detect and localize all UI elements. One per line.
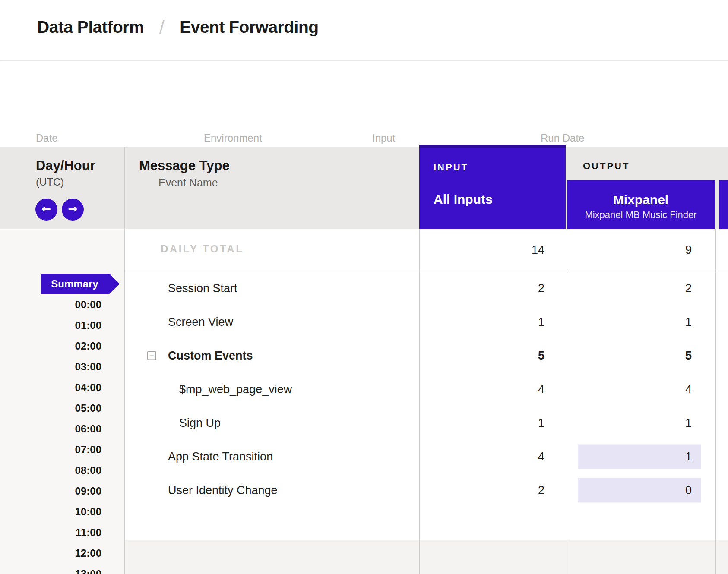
summary-row-tag[interactable]: Summary xyxy=(0,274,124,294)
input-column-accent-strip xyxy=(419,145,566,148)
event-name: App State Transition xyxy=(168,450,273,464)
hour-item[interactable]: 00:00 xyxy=(0,294,101,315)
output-count: 1 xyxy=(685,416,692,430)
table-row[interactable]: − Custom Events 5 5 xyxy=(125,339,728,372)
input-column-header[interactable]: INPUT All Inputs xyxy=(419,145,566,229)
hour-item[interactable]: 07:00 xyxy=(0,439,101,460)
filter-bar: Date Environment Input Run Date 08/08/20… xyxy=(0,61,728,147)
input-cell: 4 xyxy=(419,440,567,473)
hour-item[interactable]: 11:00 xyxy=(0,522,101,543)
input-cell: 2 xyxy=(419,473,567,507)
output-count: 1 xyxy=(685,315,692,329)
summary-tag-label: Summary xyxy=(41,274,120,294)
input-filter-label: Input xyxy=(372,132,395,144)
next-day-button[interactable]: → xyxy=(62,199,84,221)
input-count: 5 xyxy=(538,349,544,363)
message-type-column-title: Message Type xyxy=(139,158,230,173)
output-count: 4 xyxy=(685,383,692,396)
collapse-toggle[interactable]: − xyxy=(147,351,156,360)
day-hour-column-subtitle: (UTC) xyxy=(36,176,64,188)
input-cell: 1 xyxy=(419,305,567,339)
event-name: Screen View xyxy=(168,315,233,329)
output-cell: 4 xyxy=(567,372,715,406)
table-row[interactable]: Sign Up 1 1 xyxy=(125,406,728,440)
message-type-column-subtitle: Event Name xyxy=(158,177,218,189)
event-name-cell: User Identity Change xyxy=(125,473,419,507)
output-count: 2 xyxy=(685,282,692,295)
event-name: Sign Up xyxy=(179,416,221,430)
event-name-cell: $mp_web_page_view xyxy=(125,372,419,406)
page-title: Event Forwarding xyxy=(180,18,318,37)
output-count: 5 xyxy=(685,349,692,363)
hour-item[interactable]: 04:00 xyxy=(0,377,101,398)
event-name-cell: − Custom Events xyxy=(125,339,419,372)
event-name-cell: Session Start xyxy=(125,271,419,305)
event-name-cell: Screen View xyxy=(125,305,419,339)
hour-item[interactable]: 08:00 xyxy=(0,460,101,481)
arrow-left-icon: ← xyxy=(42,202,51,215)
breadcrumb-section[interactable]: Data Platform xyxy=(37,18,144,37)
top-header: Data Platform / Event Forwarding xyxy=(0,0,728,60)
table-row[interactable]: Session Start 2 2 xyxy=(125,271,728,305)
hour-item[interactable]: 02:00 xyxy=(0,336,101,356)
table-row[interactable]: $mp_web_page_view 4 4 xyxy=(125,372,728,406)
output-cell: 0 xyxy=(567,473,715,507)
collapse-minus-icon: − xyxy=(149,353,155,359)
breadcrumb-separator: / xyxy=(159,17,164,38)
input-count: 1 xyxy=(538,315,544,329)
event-name: Session Start xyxy=(168,282,237,295)
table-row[interactable]: User Identity Change 2 0 xyxy=(125,473,728,507)
output-group-label: OUTPUT xyxy=(583,161,630,172)
input-cell: 2 xyxy=(419,271,567,305)
output-cell: 1 xyxy=(567,305,715,339)
date-filter-label: Date xyxy=(36,132,58,144)
daily-total-row: DAILY TOTAL 14 9 xyxy=(125,229,728,271)
output-column-name: Mixpanel xyxy=(567,192,715,207)
table-rows: Session Start 2 2 Screen View 1 1 − Cust… xyxy=(125,271,728,507)
output-column-subtitle: Mixpanel MB Music Finder xyxy=(567,209,715,221)
daily-total-input-count: 14 xyxy=(532,243,544,257)
previous-day-button[interactable]: ← xyxy=(35,199,57,221)
event-forwarding-page: Data Platform / Event Forwarding Date En… xyxy=(0,0,728,574)
event-name-cell: App State Transition xyxy=(125,440,419,473)
daily-total-output-count: 9 xyxy=(685,243,692,257)
output-column-header-partial[interactable] xyxy=(719,180,728,229)
event-name: $mp_web_page_view xyxy=(179,383,292,396)
input-column-name: All Inputs xyxy=(434,192,493,207)
input-count: 2 xyxy=(538,484,544,497)
table-row[interactable]: Screen View 1 1 xyxy=(125,305,728,339)
hour-item[interactable]: 05:00 xyxy=(0,398,101,419)
output-count: 0 xyxy=(685,484,692,497)
input-cell: 1 xyxy=(419,406,567,440)
hour-list: Summary 00:0001:0002:0003:0004:0005:0006… xyxy=(0,274,124,574)
day-hour-column-title: Day/Hour xyxy=(36,158,95,173)
input-count: 1 xyxy=(538,416,544,430)
table-row[interactable]: App State Transition 4 1 xyxy=(125,440,728,473)
hour-item[interactable]: 10:00 xyxy=(0,501,101,522)
input-count: 4 xyxy=(538,450,544,464)
hour-item[interactable]: 12:00 xyxy=(0,543,101,564)
run-date-label: Run Date xyxy=(541,132,584,144)
daily-total-label: DAILY TOTAL xyxy=(161,243,244,255)
arrow-right-icon: → xyxy=(68,202,78,215)
event-name: Custom Events xyxy=(168,349,253,363)
hour-item[interactable]: 03:00 xyxy=(0,356,101,377)
input-count: 2 xyxy=(538,282,544,295)
event-name: User Identity Change xyxy=(168,484,278,497)
output-column-header-mixpanel[interactable]: Mixpanel Mixpanel MB Music Finder xyxy=(567,180,715,229)
hour-item[interactable]: 13:00 xyxy=(0,564,101,574)
output-cell: 1 xyxy=(567,406,715,440)
output-count: 1 xyxy=(685,450,692,464)
output-cell: 5 xyxy=(567,339,715,372)
table-footer-background xyxy=(125,540,728,574)
input-group-label: INPUT xyxy=(434,162,468,173)
output-cell: 2 xyxy=(567,271,715,305)
hour-item[interactable]: 09:00 xyxy=(0,481,101,501)
hour-item[interactable]: 06:00 xyxy=(0,419,101,439)
input-count: 4 xyxy=(538,383,544,396)
hour-item[interactable]: 01:00 xyxy=(0,315,101,336)
breadcrumb: Data Platform / Event Forwarding xyxy=(37,16,319,37)
environment-filter-label: Environment xyxy=(204,132,262,144)
input-cell: 5 xyxy=(419,339,567,372)
input-cell: 4 xyxy=(419,372,567,406)
